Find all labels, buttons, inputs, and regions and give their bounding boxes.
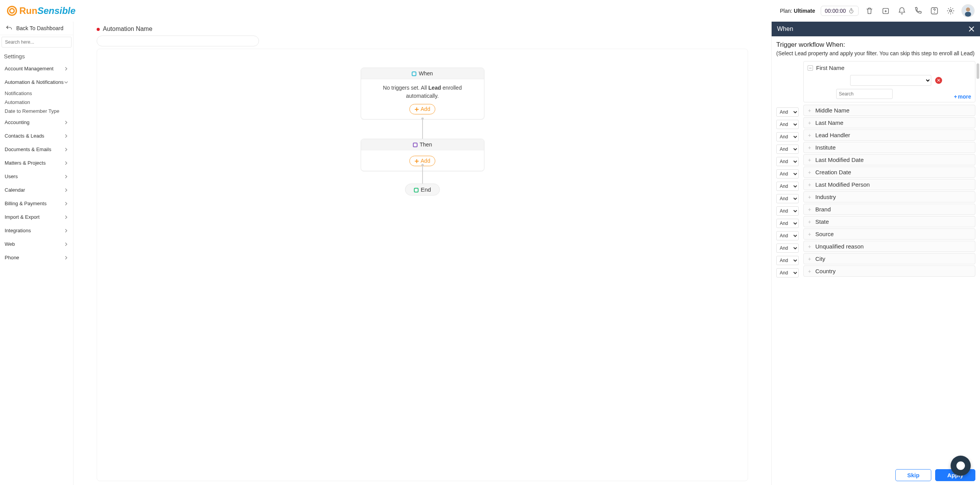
sidebar-item[interactable]: Import & Export — [0, 210, 73, 224]
sidebar-item[interactable]: Account Management — [0, 62, 73, 75]
logic-operator-select[interactable]: And — [776, 219, 799, 228]
then-node-icon — [413, 143, 418, 147]
when-node[interactable]: When No triggers set. All Lead enrolled … — [361, 68, 484, 119]
property-row[interactable]: +Last Modified Date — [803, 154, 975, 165]
more-link[interactable]: +more — [954, 94, 971, 100]
chevron-right-icon — [64, 174, 68, 179]
connector-2 — [422, 165, 423, 184]
condition-select[interactable] — [850, 75, 931, 86]
settings-gear-icon[interactable] — [945, 5, 956, 16]
sidebar-search-input[interactable] — [2, 37, 72, 48]
svg-point-9 — [934, 12, 935, 13]
user-avatar[interactable] — [961, 4, 975, 17]
sidebar-item[interactable]: Calendar — [0, 183, 73, 197]
remove-condition-button[interactable]: ✕ — [935, 77, 942, 84]
logic-operator-select[interactable]: And — [776, 231, 799, 240]
logic-operator-select[interactable]: And — [776, 256, 799, 265]
logic-operator-select[interactable]: And — [776, 120, 799, 129]
bell-icon[interactable] — [896, 5, 907, 16]
property-row[interactable]: +Middle Name — [803, 105, 975, 116]
property-row[interactable]: +City — [803, 253, 975, 264]
property-row[interactable]: +Source — [803, 228, 975, 240]
sidebar-item[interactable]: Contacts & Leads — [0, 129, 73, 143]
first-property-label: First Name — [816, 65, 844, 71]
svg-point-10 — [949, 10, 952, 12]
when-panel-header: When — [772, 22, 980, 36]
property-label: Last Modified Person — [815, 181, 870, 188]
expand-plus-icon: + — [807, 108, 812, 113]
value-search-input[interactable] — [836, 89, 893, 99]
sidebar-item[interactable]: Matters & Projects — [0, 156, 73, 170]
chevron-down-icon — [64, 80, 68, 85]
automation-canvas: Automation Name When No triggers set. Al… — [73, 22, 771, 485]
end-node[interactable]: End — [405, 184, 440, 196]
property-row[interactable]: +Institute — [803, 142, 975, 153]
sidebar-item[interactable]: Automation & Notifications — [0, 75, 73, 89]
then-node-head: Then — [361, 139, 484, 150]
sidebar-item[interactable]: Users — [0, 170, 73, 183]
sidebar-item[interactable]: Phone — [0, 251, 73, 264]
sidebar-subitem[interactable]: Date to Remember Type — [0, 107, 73, 116]
timer-pill[interactable]: 00:00:00 — [821, 6, 859, 16]
logic-operator-select[interactable]: And — [776, 243, 799, 253]
phone-icon[interactable] — [913, 5, 924, 16]
expand-plus-icon: + — [807, 231, 812, 237]
close-icon[interactable] — [968, 26, 975, 32]
logic-operator-select[interactable]: And — [776, 206, 799, 216]
automation-name-label: Automation Name — [97, 26, 152, 32]
property-label: Creation Date — [815, 169, 851, 175]
property-row[interactable]: +Last Modified Person — [803, 179, 975, 190]
svg-point-0 — [8, 6, 17, 15]
property-row[interactable]: +Unqualified reason — [803, 241, 975, 252]
property-row[interactable]: +Last Name — [803, 117, 975, 128]
property-row[interactable]: +Creation Date — [803, 167, 975, 178]
property-label: Middle Name — [815, 107, 849, 114]
collapse-toggle[interactable]: − — [808, 65, 813, 71]
sidebar-item[interactable]: Documents & Emails — [0, 143, 73, 156]
logo-swirl-icon — [7, 6, 17, 16]
logic-operator-select[interactable]: And — [776, 169, 799, 179]
chat-fab[interactable] — [951, 456, 971, 476]
property-row[interactable]: +Lead Handler — [803, 129, 975, 141]
expand-plus-icon: + — [807, 194, 812, 200]
sidebar-item[interactable]: Web — [0, 237, 73, 251]
sidebar-item[interactable]: Integrations — [0, 224, 73, 237]
sidebar-subitem[interactable]: Automation — [0, 98, 73, 107]
logic-operator-select[interactable]: And — [776, 145, 799, 154]
logic-operator-select[interactable]: And — [776, 107, 799, 117]
property-row[interactable]: +Country — [803, 265, 975, 277]
logic-operator-select[interactable]: And — [776, 194, 799, 203]
property-row[interactable]: +Industry — [803, 191, 975, 203]
back-to-dashboard[interactable]: Back To Dashboard — [0, 22, 73, 35]
skip-button[interactable]: Skip — [895, 469, 932, 481]
sidebar-item[interactable]: Accounting — [0, 116, 73, 129]
panel-subtitle: (Select Lead property and apply your fil… — [776, 50, 975, 56]
expand-plus-icon: + — [807, 120, 812, 126]
plus-icon — [414, 159, 419, 163]
chevron-right-icon — [64, 201, 68, 206]
topbar: RunSensible Plan: Ultimate 00:00:00 — [0, 0, 980, 22]
property-label: Institute — [815, 144, 836, 151]
trash-icon[interactable] — [864, 5, 875, 16]
property-row[interactable]: +Brand — [803, 204, 975, 215]
brand-logo[interactable]: RunSensible — [7, 5, 75, 16]
when-add-button[interactable]: Add — [409, 104, 435, 114]
svg-point-12 — [966, 7, 970, 12]
sidebar-item-label: Accounting — [5, 119, 29, 125]
chevron-right-icon — [64, 188, 68, 192]
expand-plus-icon: + — [807, 256, 812, 262]
logic-operator-select[interactable]: And — [776, 132, 799, 141]
help-icon[interactable] — [929, 5, 940, 16]
property-row[interactable]: +State — [803, 216, 975, 227]
logic-operator-select[interactable]: And — [776, 268, 799, 277]
sidebar-subitem[interactable]: Notifications — [0, 89, 73, 98]
logic-operator-select[interactable]: And — [776, 157, 799, 166]
automation-name-input[interactable] — [97, 36, 259, 46]
panel-scrollbar[interactable] — [977, 63, 979, 79]
sidebar-item-label: Matters & Projects — [5, 160, 46, 166]
chevron-right-icon — [64, 255, 68, 260]
logic-operator-select[interactable]: And — [776, 182, 799, 191]
calendar-add-icon[interactable] — [880, 5, 891, 16]
sidebar-item-label: Web — [5, 241, 15, 247]
sidebar-item[interactable]: Billing & Payments — [0, 197, 73, 210]
